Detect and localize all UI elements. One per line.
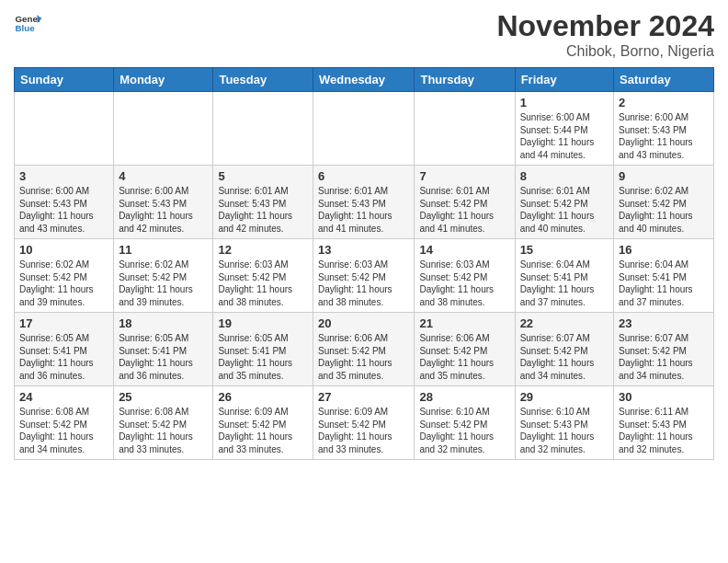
day-info: Sunrise: 6:09 AM Sunset: 5:42 PM Dayligh…	[318, 406, 409, 455]
calendar-cell: 12Sunrise: 6:03 AM Sunset: 5:42 PM Dayli…	[213, 239, 313, 313]
calendar-cell: 17Sunrise: 6:05 AM Sunset: 5:41 PM Dayli…	[15, 313, 114, 386]
logo-icon: General Blue	[14, 9, 41, 37]
day-info: Sunrise: 6:03 AM Sunset: 5:42 PM Dayligh…	[419, 259, 509, 308]
day-number: 20	[318, 316, 409, 330]
calendar-cell	[415, 92, 515, 166]
calendar-cell	[313, 92, 415, 166]
day-number: 27	[318, 390, 409, 404]
header: General Blue November 2024 Chibok, Borno…	[14, 9, 714, 60]
title-block: November 2024 Chibok, Borno, Nigeria	[496, 9, 714, 60]
day-number: 10	[19, 243, 108, 257]
day-number: 16	[619, 243, 709, 257]
day-number: 7	[419, 169, 509, 183]
calendar-cell: 15Sunrise: 6:04 AM Sunset: 5:41 PM Dayli…	[515, 239, 613, 313]
day-number: 1	[520, 96, 609, 109]
calendar-cell: 28Sunrise: 6:10 AM Sunset: 5:42 PM Dayli…	[415, 386, 515, 460]
svg-text:Blue: Blue	[16, 23, 36, 33]
day-info: Sunrise: 6:04 AM Sunset: 5:41 PM Dayligh…	[520, 259, 609, 308]
calendar-cell: 18Sunrise: 6:05 AM Sunset: 5:41 PM Dayli…	[114, 313, 213, 386]
day-info: Sunrise: 6:11 AM Sunset: 5:43 PM Dayligh…	[619, 406, 709, 455]
calendar-cell: 26Sunrise: 6:09 AM Sunset: 5:42 PM Dayli…	[213, 386, 313, 460]
calendar-cell: 3Sunrise: 6:00 AM Sunset: 5:43 PM Daylig…	[15, 166, 114, 239]
calendar-cell: 9Sunrise: 6:02 AM Sunset: 5:42 PM Daylig…	[614, 166, 714, 239]
calendar-cell: 24Sunrise: 6:08 AM Sunset: 5:42 PM Dayli…	[15, 386, 114, 460]
day-info: Sunrise: 6:06 AM Sunset: 5:42 PM Dayligh…	[318, 332, 409, 382]
calendar: SundayMondayTuesdayWednesdayThursdayFrid…	[14, 67, 714, 460]
day-number: 2	[619, 96, 709, 109]
weekday-header-cell: Sunday	[15, 68, 114, 92]
calendar-cell: 7Sunrise: 6:01 AM Sunset: 5:42 PM Daylig…	[415, 166, 515, 239]
day-number: 25	[119, 390, 208, 404]
day-info: Sunrise: 6:02 AM Sunset: 5:42 PM Dayligh…	[119, 259, 208, 308]
calendar-cell: 1Sunrise: 6:00 AM Sunset: 5:44 PM Daylig…	[515, 92, 613, 166]
weekday-header-cell: Friday	[515, 68, 613, 92]
calendar-cell: 8Sunrise: 6:01 AM Sunset: 5:42 PM Daylig…	[515, 166, 613, 239]
weekday-header-row: SundayMondayTuesdayWednesdayThursdayFrid…	[15, 68, 714, 92]
calendar-cell: 30Sunrise: 6:11 AM Sunset: 5:43 PM Dayli…	[614, 386, 714, 460]
day-number: 28	[419, 390, 509, 404]
day-number: 14	[419, 243, 509, 257]
day-info: Sunrise: 6:09 AM Sunset: 5:42 PM Dayligh…	[218, 406, 308, 455]
location: Chibok, Borno, Nigeria	[496, 43, 714, 60]
day-number: 29	[520, 390, 609, 404]
logo: General Blue	[14, 9, 41, 37]
weekday-header-cell: Tuesday	[213, 68, 313, 92]
calendar-cell: 4Sunrise: 6:00 AM Sunset: 5:43 PM Daylig…	[114, 166, 213, 239]
day-info: Sunrise: 6:08 AM Sunset: 5:42 PM Dayligh…	[119, 406, 208, 455]
day-number: 3	[19, 169, 108, 183]
day-number: 11	[119, 243, 208, 257]
calendar-cell: 25Sunrise: 6:08 AM Sunset: 5:42 PM Dayli…	[114, 386, 213, 460]
day-number: 17	[19, 316, 108, 330]
weekday-header-cell: Saturday	[614, 68, 714, 92]
calendar-week-row: 10Sunrise: 6:02 AM Sunset: 5:42 PM Dayli…	[15, 239, 714, 313]
day-info: Sunrise: 6:05 AM Sunset: 5:41 PM Dayligh…	[19, 332, 108, 382]
weekday-header-cell: Monday	[114, 68, 213, 92]
day-number: 19	[218, 316, 308, 330]
day-info: Sunrise: 6:03 AM Sunset: 5:42 PM Dayligh…	[218, 259, 308, 308]
page: General Blue November 2024 Chibok, Borno…	[0, 0, 728, 563]
calendar-cell: 19Sunrise: 6:05 AM Sunset: 5:41 PM Dayli…	[213, 313, 313, 386]
calendar-week-row: 3Sunrise: 6:00 AM Sunset: 5:43 PM Daylig…	[15, 166, 714, 239]
day-info: Sunrise: 6:04 AM Sunset: 5:41 PM Dayligh…	[619, 259, 709, 308]
calendar-cell	[15, 92, 114, 166]
day-info: Sunrise: 6:00 AM Sunset: 5:43 PM Dayligh…	[119, 185, 208, 235]
calendar-cell	[114, 92, 213, 166]
calendar-cell: 10Sunrise: 6:02 AM Sunset: 5:42 PM Dayli…	[15, 239, 114, 313]
day-number: 12	[218, 243, 308, 257]
day-number: 21	[419, 316, 509, 330]
day-info: Sunrise: 6:00 AM Sunset: 5:43 PM Dayligh…	[619, 111, 709, 161]
calendar-cell: 14Sunrise: 6:03 AM Sunset: 5:42 PM Dayli…	[415, 239, 515, 313]
day-number: 4	[119, 169, 208, 183]
calendar-cell: 23Sunrise: 6:07 AM Sunset: 5:42 PM Dayli…	[614, 313, 714, 386]
weekday-header-cell: Thursday	[415, 68, 515, 92]
calendar-week-row: 24Sunrise: 6:08 AM Sunset: 5:42 PM Dayli…	[15, 386, 714, 460]
day-info: Sunrise: 6:07 AM Sunset: 5:42 PM Dayligh…	[619, 332, 709, 382]
calendar-cell: 27Sunrise: 6:09 AM Sunset: 5:42 PM Dayli…	[313, 386, 415, 460]
day-info: Sunrise: 6:01 AM Sunset: 5:43 PM Dayligh…	[318, 185, 409, 235]
calendar-cell: 16Sunrise: 6:04 AM Sunset: 5:41 PM Dayli…	[614, 239, 714, 313]
calendar-week-row: 1Sunrise: 6:00 AM Sunset: 5:44 PM Daylig…	[15, 92, 714, 166]
calendar-cell: 22Sunrise: 6:07 AM Sunset: 5:42 PM Dayli…	[515, 313, 613, 386]
calendar-body: 1Sunrise: 6:00 AM Sunset: 5:44 PM Daylig…	[15, 92, 714, 460]
day-number: 8	[520, 169, 609, 183]
day-info: Sunrise: 6:00 AM Sunset: 5:44 PM Dayligh…	[520, 111, 609, 161]
day-info: Sunrise: 6:10 AM Sunset: 5:42 PM Dayligh…	[419, 406, 509, 455]
day-info: Sunrise: 6:08 AM Sunset: 5:42 PM Dayligh…	[19, 406, 108, 455]
month-title: November 2024	[496, 9, 714, 43]
day-info: Sunrise: 6:00 AM Sunset: 5:43 PM Dayligh…	[19, 185, 108, 235]
day-info: Sunrise: 6:05 AM Sunset: 5:41 PM Dayligh…	[119, 332, 208, 382]
day-number: 6	[318, 169, 409, 183]
day-info: Sunrise: 6:06 AM Sunset: 5:42 PM Dayligh…	[419, 332, 509, 382]
day-info: Sunrise: 6:07 AM Sunset: 5:42 PM Dayligh…	[520, 332, 609, 382]
calendar-cell: 20Sunrise: 6:06 AM Sunset: 5:42 PM Dayli…	[313, 313, 415, 386]
day-info: Sunrise: 6:02 AM Sunset: 5:42 PM Dayligh…	[19, 259, 108, 308]
day-info: Sunrise: 6:10 AM Sunset: 5:43 PM Dayligh…	[520, 406, 609, 455]
day-info: Sunrise: 6:01 AM Sunset: 5:43 PM Dayligh…	[218, 185, 308, 235]
day-number: 24	[19, 390, 108, 404]
calendar-week-row: 17Sunrise: 6:05 AM Sunset: 5:41 PM Dayli…	[15, 313, 714, 386]
calendar-cell: 2Sunrise: 6:00 AM Sunset: 5:43 PM Daylig…	[614, 92, 714, 166]
day-number: 22	[520, 316, 609, 330]
day-info: Sunrise: 6:05 AM Sunset: 5:41 PM Dayligh…	[218, 332, 308, 382]
calendar-cell: 21Sunrise: 6:06 AM Sunset: 5:42 PM Dayli…	[415, 313, 515, 386]
day-info: Sunrise: 6:03 AM Sunset: 5:42 PM Dayligh…	[318, 259, 409, 308]
